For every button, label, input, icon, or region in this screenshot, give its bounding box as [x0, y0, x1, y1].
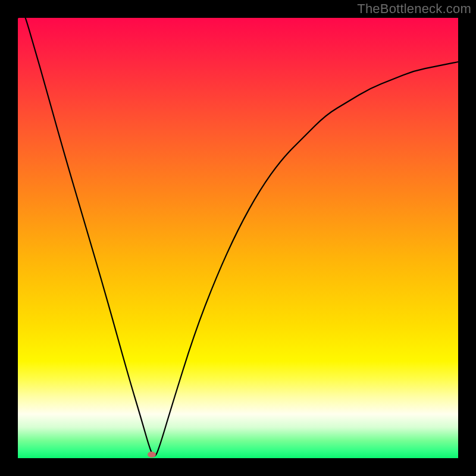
gradient-background [18, 18, 458, 458]
minimum-marker [148, 452, 156, 458]
chart-container: TheBottleneck.com [0, 0, 476, 476]
bottleneck-chart-svg [18, 18, 458, 458]
plot-area [18, 18, 458, 458]
watermark-text: TheBottleneck.com [357, 1, 471, 17]
